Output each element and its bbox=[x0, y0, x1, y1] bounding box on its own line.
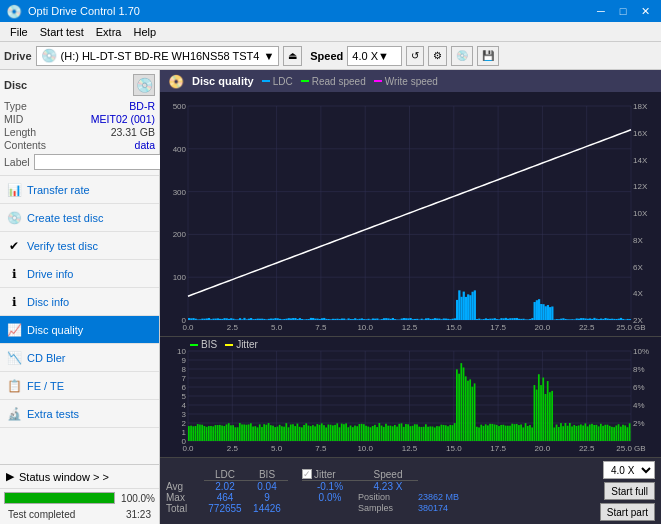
legend-read-label: Read speed bbox=[312, 76, 366, 87]
disc-mid-row: MID MEIT02 (001) bbox=[4, 113, 155, 125]
speed-selector[interactable]: 4.0 X 2.0 X Max bbox=[603, 461, 655, 479]
disc-length-value: 23.31 GB bbox=[111, 126, 155, 138]
nav-item-disc-info[interactable]: ℹ Disc info bbox=[0, 288, 159, 316]
close-button[interactable]: ✕ bbox=[635, 3, 655, 19]
legend-jitter-dot bbox=[225, 344, 233, 346]
stats-max-jitter: 0.0% bbox=[302, 492, 358, 503]
disc-type-label: Type bbox=[4, 100, 27, 112]
legend-bis-label: BIS bbox=[201, 339, 217, 350]
stats-header-empty3 bbox=[418, 469, 488, 481]
disc-header: Disc 💿 bbox=[4, 74, 155, 96]
chart1-canvas bbox=[160, 92, 661, 336]
disc-contents-label: Contents bbox=[4, 139, 46, 151]
nav-item-drive-info[interactable]: ℹ Drive info bbox=[0, 260, 159, 288]
nav-item-cd-bler[interactable]: 📉 CD Bler bbox=[0, 344, 159, 372]
jitter-label: Jitter bbox=[314, 469, 336, 480]
jitter-checkbox[interactable]: ✓ bbox=[302, 469, 312, 479]
refresh-button[interactable]: ↺ bbox=[406, 46, 424, 66]
legend-write-speed: Write speed bbox=[374, 76, 438, 87]
nav-item-create-test-disc[interactable]: 💿 Create test disc bbox=[0, 204, 159, 232]
progress-bar-background bbox=[4, 492, 115, 504]
drive-select-text: (H:) HL-DT-ST BD-RE WH16NS58 TST4 bbox=[61, 50, 260, 62]
nav-item-disc-info-label: Disc info bbox=[27, 296, 69, 308]
disc-type-row: Type BD-R bbox=[4, 100, 155, 112]
status-window-icon: ▶ bbox=[6, 470, 14, 483]
speed-select[interactable]: 4.0 X ▼ bbox=[347, 46, 402, 66]
nav-item-cd-bler-label: CD Bler bbox=[27, 352, 66, 364]
disc-quality-header: 📀 Disc quality LDC Read speed Write spee… bbox=[160, 70, 661, 92]
drive-select[interactable]: 💿 (H:) HL-DT-ST BD-RE WH16NS58 TST4 ▼ bbox=[36, 46, 280, 66]
title-bar-title: Opti Drive Control 1.70 bbox=[28, 5, 140, 17]
stats-total-empty2 bbox=[302, 503, 358, 514]
stats-total-samples-label: Samples bbox=[358, 503, 418, 514]
disc-info-icon: ℹ bbox=[6, 294, 22, 310]
disc-quality-header-icon: 📀 bbox=[168, 74, 184, 89]
nav-item-extra-tests[interactable]: 🔬 Extra tests bbox=[0, 400, 159, 428]
drive-label: Drive bbox=[4, 50, 32, 62]
stats-avg-speed: 4.23 X bbox=[358, 481, 418, 492]
legend-bis: BIS bbox=[190, 339, 217, 350]
menu-extra[interactable]: Extra bbox=[90, 25, 128, 39]
chart1-container bbox=[160, 92, 661, 337]
stats-max-empty bbox=[288, 492, 302, 503]
stats-avg-bis: 0.04 bbox=[246, 481, 288, 492]
legend-ldc-label: LDC bbox=[273, 76, 293, 87]
save-button[interactable]: 💾 bbox=[477, 46, 499, 66]
stats-total-empty bbox=[288, 503, 302, 514]
stats-header-speed: Speed bbox=[358, 469, 418, 481]
nav-item-transfer-rate-label: Transfer rate bbox=[27, 184, 90, 196]
sidebar: Disc 💿 Type BD-R MID MEIT02 (001) Length… bbox=[0, 70, 160, 524]
menu-help[interactable]: Help bbox=[127, 25, 162, 39]
stats-row: LDC BIS ✓ Jitter Speed Avg 2.02 0.04 -0.… bbox=[160, 457, 661, 524]
nav-item-fe-te-label: FE / TE bbox=[27, 380, 64, 392]
chart2-container: BIS Jitter bbox=[160, 337, 661, 457]
progress-row: 100.0% bbox=[0, 489, 159, 507]
start-part-button[interactable]: Start part bbox=[600, 503, 655, 521]
legend-read-dot bbox=[301, 80, 309, 82]
nav-item-verify-test-disc[interactable]: ✔ Verify test disc bbox=[0, 232, 159, 260]
nav-item-disc-quality[interactable]: 📈 Disc quality bbox=[0, 316, 159, 344]
menu-start-test[interactable]: Start test bbox=[34, 25, 90, 39]
main-area: 📀 Disc quality LDC Read speed Write spee… bbox=[160, 70, 661, 524]
menu-file[interactable]: File bbox=[4, 25, 34, 39]
speed-label: Speed bbox=[310, 50, 343, 62]
disc-quality-icon: 📈 bbox=[6, 322, 22, 338]
create-test-disc-icon: 💿 bbox=[6, 210, 22, 226]
stats-avg-ldc: 2.02 bbox=[204, 481, 246, 492]
drive-bar: Drive 💿 (H:) HL-DT-ST BD-RE WH16NS58 TST… bbox=[0, 42, 661, 70]
nav-item-extra-tests-label: Extra tests bbox=[27, 408, 79, 420]
settings-button[interactable]: ⚙ bbox=[428, 46, 447, 66]
nav-item-fe-te[interactable]: 📋 FE / TE bbox=[0, 372, 159, 400]
stats-total-ldc: 772655 bbox=[204, 503, 246, 514]
nav-item-create-test-disc-label: Create test disc bbox=[27, 212, 103, 224]
status-window-button[interactable]: ▶ Status window > > bbox=[0, 465, 159, 489]
disc-label-input[interactable] bbox=[34, 154, 165, 170]
minimize-button[interactable]: ─ bbox=[591, 3, 611, 19]
legend-jitter: Jitter bbox=[225, 339, 258, 350]
nav-item-transfer-rate[interactable]: 📊 Transfer rate bbox=[0, 176, 159, 204]
status-text: Test completed bbox=[4, 508, 79, 522]
start-full-button[interactable]: Start full bbox=[604, 482, 655, 500]
stats-avg-label: Avg bbox=[166, 481, 204, 492]
jitter-check-area: ✓ Jitter bbox=[302, 469, 358, 481]
eject-button[interactable]: ⏏ bbox=[283, 46, 302, 66]
stats-header-ldc: LDC bbox=[204, 469, 246, 481]
disc-mid-value: MEIT02 (001) bbox=[91, 113, 155, 125]
speed-value: 4.0 X bbox=[352, 50, 378, 62]
nav-items: 📊 Transfer rate 💿 Create test disc ✔ Ver… bbox=[0, 176, 159, 464]
stats-header-empty2 bbox=[288, 469, 302, 481]
title-bar-controls: ─ □ ✕ bbox=[591, 3, 655, 19]
transfer-rate-icon: 📊 bbox=[6, 182, 22, 198]
maximize-button[interactable]: □ bbox=[613, 3, 633, 19]
title-bar: 💿 Opti Drive Control 1.70 ─ □ ✕ bbox=[0, 0, 661, 22]
stats-max-label: Max bbox=[166, 492, 204, 503]
status-window-label: Status window > > bbox=[19, 471, 109, 483]
status-section: ▶ Status window > > 100.0% Test complete… bbox=[0, 464, 159, 524]
verify-test-disc-icon: ✔ bbox=[6, 238, 22, 254]
disc-section: Disc 💿 Type BD-R MID MEIT02 (001) Length… bbox=[0, 70, 159, 176]
main-content: Disc 💿 Type BD-R MID MEIT02 (001) Length… bbox=[0, 70, 661, 524]
stats-max-position-label: Position bbox=[358, 492, 418, 503]
disc-button[interactable]: 💿 bbox=[451, 46, 473, 66]
progress-text: 100.0% bbox=[119, 493, 155, 504]
nav-item-drive-info-label: Drive info bbox=[27, 268, 73, 280]
